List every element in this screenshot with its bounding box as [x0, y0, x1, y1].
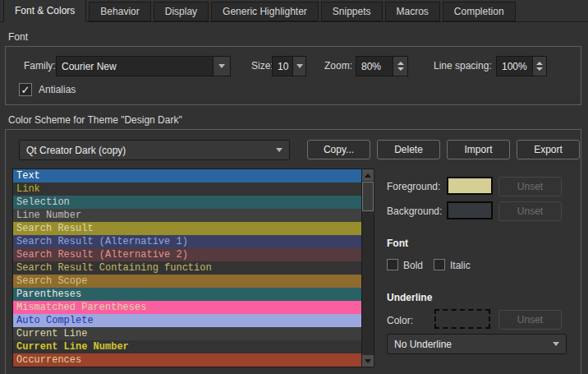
background-unset-button[interactable]: Unset — [498, 201, 562, 221]
chevron-down-icon — [276, 148, 283, 152]
background-label: Background: — [387, 205, 442, 217]
zoom-value: 80% — [356, 57, 393, 76]
tab-font-colors[interactable]: Font & Colors — [3, 0, 86, 22]
list-item[interactable]: Auto Complete — [13, 314, 361, 327]
tab-generic-highlighter[interactable]: Generic Highlighter — [211, 2, 319, 21]
spin-up-icon — [536, 62, 543, 65]
font-size-dropdown-button[interactable] — [292, 57, 305, 76]
list-item[interactable]: Search Result Containing function — [13, 261, 361, 275]
list-item[interactable]: Text — [13, 169, 361, 182]
tab-display[interactable]: Display — [154, 2, 209, 21]
scroll-down-button[interactable] — [362, 355, 374, 367]
font-size-value: 10 — [273, 57, 292, 76]
scrollbar-thumb[interactable] — [362, 182, 374, 211]
foreground-swatch[interactable] — [447, 177, 493, 195]
list-item[interactable]: Selection — [13, 196, 361, 209]
font-group-box: Family: Courier New Size: 10 Zoom: 80% L… — [5, 46, 581, 105]
underline-style-combobox[interactable]: No Underline — [387, 334, 567, 354]
spin-up-icon — [397, 62, 404, 65]
line-spacing-spin-buttons[interactable] — [532, 57, 546, 76]
zoom-label: Zoom: — [324, 60, 352, 72]
chevron-down-icon — [296, 64, 303, 68]
scroll-up-button[interactable] — [362, 169, 374, 181]
underline-section-header: Underline — [387, 292, 432, 303]
font-size-combobox[interactable]: 10 — [272, 56, 306, 76]
antialias-checkbox[interactable]: ✓ — [19, 83, 32, 96]
underline-color-swatch[interactable] — [434, 309, 490, 329]
size-label: Size: — [251, 60, 273, 72]
font-family-value: Courier New — [57, 57, 213, 76]
font-section-header: Font — [387, 238, 408, 249]
list-item[interactable]: Parentheses — [13, 288, 361, 301]
color-scheme-value: Qt Creator Dark (copy) — [26, 145, 126, 156]
chevron-down-icon — [218, 64, 225, 68]
spin-down-icon — [536, 67, 543, 71]
tab-bar: Font & ColorsBehaviorDisplayGeneric High… — [0, 0, 588, 22]
line-spacing-spinbox[interactable]: 100% — [496, 56, 547, 76]
font-group-title: Font — [8, 31, 28, 43]
bold-checkbox[interactable] — [387, 259, 398, 270]
zoom-spin-buttons[interactable] — [393, 57, 407, 76]
family-label: Family: — [24, 60, 56, 72]
underline-style-value: No Underline — [394, 339, 452, 350]
background-swatch[interactable] — [447, 201, 493, 219]
font-family-combobox[interactable]: Courier New — [56, 56, 231, 76]
foreground-unset-button[interactable]: Unset — [498, 177, 562, 196]
color-scheme-list-rows: TextLinkSelectionLine NumberSearch Resul… — [13, 169, 361, 367]
font-family-dropdown-button[interactable] — [213, 57, 230, 76]
tab-behavior[interactable]: Behavior — [89, 2, 150, 21]
import-button[interactable]: Import — [447, 140, 510, 159]
list-item[interactable]: Current Line — [13, 327, 361, 340]
tab-macros[interactable]: Macros — [385, 2, 440, 21]
scroll-up-icon — [365, 173, 371, 178]
vertical-scrollbar[interactable] — [361, 169, 374, 367]
tab-snippets[interactable]: Snippets — [321, 2, 383, 21]
underline-unset-button[interactable]: Unset — [498, 310, 562, 330]
list-item[interactable]: Current Line Number — [13, 340, 361, 353]
list-item[interactable]: Line Number — [13, 209, 361, 222]
bold-label: Bold — [403, 260, 423, 271]
underline-color-label: Color: — [387, 315, 413, 326]
list-item[interactable]: Search Scope — [13, 275, 361, 288]
tab-completion[interactable]: Completion — [443, 2, 516, 21]
color-scheme-group-box: Qt Creator Dark (copy) Copy... Delete Im… — [5, 129, 581, 374]
list-item[interactable]: Link — [13, 182, 361, 196]
foreground-label: Foreground: — [387, 181, 440, 192]
color-scheme-combobox[interactable]: Qt Creator Dark (copy) — [19, 140, 290, 160]
scroll-down-icon — [365, 359, 371, 363]
antialias-label: Antialias — [39, 84, 76, 95]
color-scheme-group-title: Color Scheme for Theme "Design Dark" — [8, 114, 182, 126]
chevron-down-icon — [553, 342, 559, 346]
zoom-spinbox[interactable]: 80% — [356, 56, 408, 76]
export-button[interactable]: Export — [517, 140, 580, 159]
spin-down-icon — [397, 67, 404, 71]
text-editor-preferences-pane: Font & ColorsBehaviorDisplayGeneric High… — [0, 0, 588, 374]
line-spacing-label: Line spacing: — [434, 60, 492, 72]
list-item[interactable]: Occurrences — [13, 353, 361, 367]
list-item[interactable]: Search Result (Alternative 1) — [13, 235, 361, 248]
italic-checkbox[interactable] — [434, 259, 445, 270]
italic-label: Italic — [450, 260, 471, 271]
list-item[interactable]: Search Result — [13, 222, 361, 235]
list-item[interactable]: Mismatched Parentheses — [13, 301, 361, 314]
list-item[interactable]: Search Result (Alternative 2) — [13, 248, 361, 261]
line-spacing-value: 100% — [497, 57, 532, 76]
color-scheme-list[interactable]: TextLinkSelectionLine NumberSearch Resul… — [12, 169, 374, 367]
copy-button[interactable]: Copy... — [307, 140, 370, 159]
delete-button[interactable]: Delete — [377, 140, 440, 159]
